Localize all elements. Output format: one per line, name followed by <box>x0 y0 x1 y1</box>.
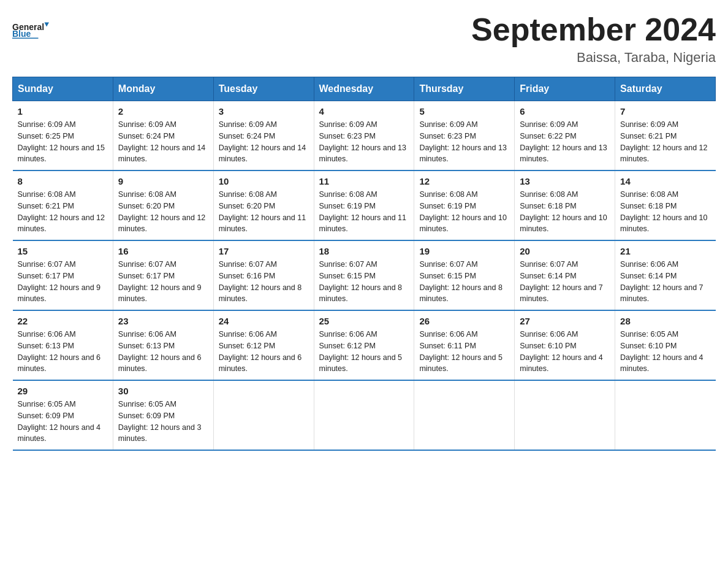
daylight-label: Daylight: 12 hours and 13 minutes. <box>419 144 506 164</box>
day-info: Sunrise: 6:09 AM Sunset: 6:23 PM Dayligh… <box>319 119 409 165</box>
sunrise-label: Sunrise: 6:07 AM <box>18 260 76 269</box>
sunrise-label: Sunrise: 6:09 AM <box>18 120 76 129</box>
calendar-cell: 10 Sunrise: 6:08 AM Sunset: 6:20 PM Dayl… <box>213 170 314 240</box>
sunrise-label: Sunrise: 6:06 AM <box>18 330 76 339</box>
day-info: Sunrise: 6:07 AM Sunset: 6:15 PM Dayligh… <box>319 259 409 305</box>
sunrise-label: Sunrise: 6:09 AM <box>319 120 377 129</box>
day-number: 8 <box>18 176 108 186</box>
calendar-cell: 26 Sunrise: 6:06 AM Sunset: 6:11 PM Dayl… <box>414 310 515 380</box>
sunset-label: Sunset: 6:10 PM <box>520 342 576 350</box>
sunrise-label: Sunrise: 6:05 AM <box>18 400 76 408</box>
calendar-cell: 29 Sunrise: 6:05 AM Sunset: 6:09 PM Dayl… <box>13 380 113 450</box>
daylight-label: Daylight: 12 hours and 8 minutes. <box>219 283 302 304</box>
calendar-cell <box>414 380 515 450</box>
daylight-label: Daylight: 12 hours and 8 minutes. <box>319 283 403 304</box>
calendar-cell: 8 Sunrise: 6:08 AM Sunset: 6:21 PM Dayli… <box>13 170 113 240</box>
day-info: Sunrise: 6:05 AM Sunset: 6:09 PM Dayligh… <box>18 399 108 445</box>
calendar-cell: 30 Sunrise: 6:05 AM Sunset: 6:09 PM Dayl… <box>113 380 213 450</box>
sunset-label: Sunset: 6:22 PM <box>520 132 576 140</box>
daylight-label: Daylight: 12 hours and 10 minutes. <box>520 213 607 234</box>
calendar-week-5: 29 Sunrise: 6:05 AM Sunset: 6:09 PM Dayl… <box>13 380 716 450</box>
day-info: Sunrise: 6:09 AM Sunset: 6:24 PM Dayligh… <box>219 119 309 165</box>
sunrise-label: Sunrise: 6:07 AM <box>419 260 477 269</box>
day-number: 27 <box>520 316 610 326</box>
calendar-cell: 27 Sunrise: 6:06 AM Sunset: 6:10 PM Dayl… <box>515 310 615 380</box>
calendar-cell: 11 Sunrise: 6:08 AM Sunset: 6:19 PM Dayl… <box>314 170 414 240</box>
calendar-cell: 1 Sunrise: 6:09 AM Sunset: 6:25 PM Dayli… <box>13 101 113 171</box>
day-number: 25 <box>319 316 409 326</box>
day-info: Sunrise: 6:06 AM Sunset: 6:12 PM Dayligh… <box>319 329 409 375</box>
sunset-label: Sunset: 6:17 PM <box>18 272 74 280</box>
day-number: 23 <box>118 316 208 326</box>
day-info: Sunrise: 6:09 AM Sunset: 6:25 PM Dayligh… <box>18 119 108 165</box>
day-info: Sunrise: 6:07 AM Sunset: 6:17 PM Dayligh… <box>118 259 208 305</box>
day-info: Sunrise: 6:06 AM Sunset: 6:12 PM Dayligh… <box>219 329 309 375</box>
day-number: 26 <box>419 316 509 326</box>
day-number: 22 <box>18 316 108 326</box>
col-tuesday: Tuesday <box>213 77 314 101</box>
day-number: 29 <box>18 386 108 396</box>
sunset-label: Sunset: 6:15 PM <box>419 272 476 280</box>
sunset-label: Sunset: 6:18 PM <box>620 202 677 210</box>
calendar-cell: 24 Sunrise: 6:06 AM Sunset: 6:12 PM Dayl… <box>213 310 314 380</box>
daylight-label: Daylight: 12 hours and 13 minutes. <box>520 144 607 164</box>
daylight-label: Daylight: 12 hours and 4 minutes. <box>620 353 703 373</box>
sunset-label: Sunset: 6:17 PM <box>118 272 175 280</box>
daylight-label: Daylight: 12 hours and 6 minutes. <box>219 353 302 373</box>
daylight-label: Daylight: 12 hours and 14 minutes. <box>118 144 205 164</box>
sunrise-label: Sunrise: 6:06 AM <box>419 330 477 339</box>
calendar-cell: 23 Sunrise: 6:06 AM Sunset: 6:13 PM Dayl… <box>113 310 213 380</box>
sunrise-label: Sunrise: 6:07 AM <box>219 260 277 269</box>
sunset-label: Sunset: 6:10 PM <box>620 342 677 350</box>
sunset-label: Sunset: 6:20 PM <box>118 202 175 210</box>
daylight-label: Daylight: 12 hours and 5 minutes. <box>319 353 403 373</box>
sunset-label: Sunset: 6:24 PM <box>219 132 275 140</box>
calendar-cell: 25 Sunrise: 6:06 AM Sunset: 6:12 PM Dayl… <box>314 310 414 380</box>
sunset-label: Sunset: 6:21 PM <box>18 202 74 210</box>
svg-text:Blue: Blue <box>12 29 31 39</box>
day-info: Sunrise: 6:06 AM Sunset: 6:11 PM Dayligh… <box>419 329 509 375</box>
day-info: Sunrise: 6:05 AM Sunset: 6:09 PM Dayligh… <box>118 399 208 445</box>
day-number: 15 <box>18 246 108 256</box>
page-title: September 2024 <box>471 12 716 47</box>
sunrise-label: Sunrise: 6:09 AM <box>419 120 477 129</box>
sunset-label: Sunset: 6:11 PM <box>419 342 476 350</box>
calendar-cell <box>615 380 716 450</box>
daylight-label: Daylight: 12 hours and 5 minutes. <box>419 353 502 373</box>
sunset-label: Sunset: 6:25 PM <box>18 132 74 140</box>
sunrise-label: Sunrise: 6:09 AM <box>219 120 277 129</box>
sunset-label: Sunset: 6:13 PM <box>118 342 175 350</box>
day-number: 28 <box>620 316 710 326</box>
day-info: Sunrise: 6:09 AM Sunset: 6:21 PM Dayligh… <box>620 119 710 165</box>
calendar-header-row: Sunday Monday Tuesday Wednesday Thursday… <box>13 77 716 101</box>
daylight-label: Daylight: 12 hours and 12 minutes. <box>620 144 707 164</box>
day-number: 1 <box>18 106 108 117</box>
col-sunday: Sunday <box>13 77 113 101</box>
day-info: Sunrise: 6:06 AM Sunset: 6:14 PM Dayligh… <box>620 259 710 305</box>
daylight-label: Daylight: 12 hours and 6 minutes. <box>18 353 101 373</box>
day-number: 9 <box>118 176 208 186</box>
daylight-label: Daylight: 12 hours and 14 minutes. <box>219 144 306 164</box>
page-header: General Blue September 2024 Baissa, Tara… <box>12 12 716 66</box>
col-monday: Monday <box>113 77 213 101</box>
calendar-cell: 7 Sunrise: 6:09 AM Sunset: 6:21 PM Dayli… <box>615 101 716 171</box>
day-number: 20 <box>520 246 610 256</box>
calendar-cell: 22 Sunrise: 6:06 AM Sunset: 6:13 PM Dayl… <box>13 310 113 380</box>
calendar-cell: 12 Sunrise: 6:08 AM Sunset: 6:19 PM Dayl… <box>414 170 515 240</box>
calendar-week-4: 22 Sunrise: 6:06 AM Sunset: 6:13 PM Dayl… <box>13 310 716 380</box>
sunset-label: Sunset: 6:23 PM <box>319 132 376 140</box>
sunrise-label: Sunrise: 6:06 AM <box>219 330 277 339</box>
day-number: 14 <box>620 176 710 186</box>
calendar-week-3: 15 Sunrise: 6:07 AM Sunset: 6:17 PM Dayl… <box>13 240 716 310</box>
calendar-cell: 9 Sunrise: 6:08 AM Sunset: 6:20 PM Dayli… <box>113 170 213 240</box>
day-info: Sunrise: 6:07 AM Sunset: 6:14 PM Dayligh… <box>520 259 610 305</box>
day-number: 7 <box>620 106 710 117</box>
sunrise-label: Sunrise: 6:09 AM <box>620 120 678 129</box>
day-number: 12 <box>419 176 509 186</box>
sunrise-label: Sunrise: 6:09 AM <box>520 120 578 129</box>
calendar-cell: 3 Sunrise: 6:09 AM Sunset: 6:24 PM Dayli… <box>213 101 314 171</box>
daylight-label: Daylight: 12 hours and 11 minutes. <box>319 213 406 234</box>
day-number: 3 <box>219 106 309 117</box>
col-wednesday: Wednesday <box>314 77 414 101</box>
col-thursday: Thursday <box>414 77 515 101</box>
